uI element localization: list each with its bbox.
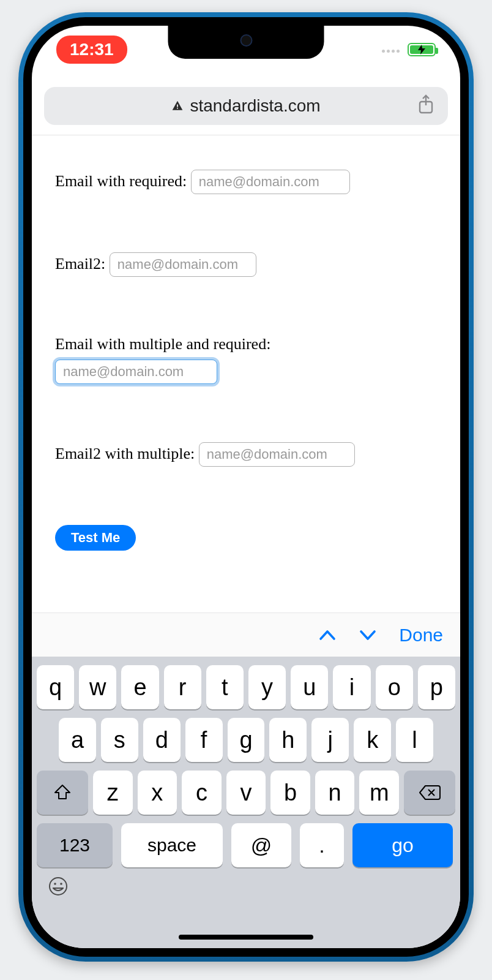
svg-point-4 bbox=[54, 883, 56, 885]
key-v[interactable]: v bbox=[226, 771, 266, 815]
shift-key[interactable] bbox=[37, 771, 88, 815]
field-email2: Email2: bbox=[55, 252, 437, 277]
shift-icon bbox=[53, 783, 72, 802]
key-a[interactable]: a bbox=[59, 718, 96, 762]
key-z[interactable]: z bbox=[93, 771, 133, 815]
key-p[interactable]: p bbox=[418, 665, 455, 709]
key-w[interactable]: w bbox=[79, 665, 116, 709]
key-m[interactable]: m bbox=[359, 771, 399, 815]
keyboard-row-1: qwertyuiop bbox=[37, 665, 455, 709]
key-y[interactable]: y bbox=[248, 665, 286, 709]
phone-bezel: 12:31 standardista.com bbox=[23, 17, 469, 957]
svg-point-3 bbox=[50, 878, 67, 895]
svg-rect-1 bbox=[177, 108, 179, 109]
key-s[interactable]: s bbox=[101, 718, 138, 762]
status-time: 12:31 bbox=[70, 40, 114, 59]
key-u[interactable]: u bbox=[291, 665, 328, 709]
keyboard-row-3: zxcvbnm bbox=[37, 771, 455, 815]
field-email-required: Email with required: bbox=[55, 170, 437, 194]
field-label: Email with required: bbox=[55, 172, 187, 190]
phone-screen: 12:31 standardista.com bbox=[32, 26, 460, 948]
domain-text: standardista.com bbox=[190, 96, 320, 116]
key-j[interactable]: j bbox=[311, 718, 349, 762]
key-e[interactable]: e bbox=[121, 665, 158, 709]
field-label: Email2: bbox=[55, 255, 105, 273]
cellular-signal-icon bbox=[382, 44, 401, 55]
field-label: Email2 with multiple: bbox=[55, 445, 195, 462]
numbers-key[interactable]: 123 bbox=[37, 823, 113, 867]
key-k[interactable]: k bbox=[354, 718, 391, 762]
email2-input[interactable] bbox=[110, 252, 256, 277]
email-required-input[interactable] bbox=[191, 170, 350, 194]
keyboard-row-2: asdfghjkl bbox=[37, 718, 455, 762]
chevron-down-icon bbox=[359, 628, 377, 643]
volume-down-button[interactable] bbox=[12, 328, 18, 386]
key-o[interactable]: o bbox=[376, 665, 413, 709]
go-key[interactable]: go bbox=[352, 823, 453, 867]
email-multiple-required-input[interactable] bbox=[55, 360, 217, 384]
key-h[interactable]: h bbox=[269, 718, 307, 762]
email2-multiple-input[interactable] bbox=[199, 442, 355, 467]
emoji-key[interactable] bbox=[37, 876, 455, 902]
browser-url-bar[interactable]: standardista.com bbox=[44, 87, 448, 125]
battery-charging-icon bbox=[408, 43, 436, 56]
key-b[interactable]: b bbox=[270, 771, 310, 815]
home-indicator[interactable] bbox=[179, 935, 313, 940]
svg-point-5 bbox=[60, 883, 62, 885]
field-email2-multiple: Email2 with multiple: bbox=[55, 442, 437, 467]
prev-field-button[interactable] bbox=[318, 628, 337, 643]
chevron-up-icon bbox=[318, 628, 337, 643]
time-pill[interactable]: 12:31 bbox=[56, 36, 127, 64]
mute-switch[interactable] bbox=[12, 196, 18, 228]
share-icon[interactable] bbox=[417, 94, 434, 118]
key-n[interactable]: n bbox=[315, 771, 355, 815]
phone-frame: 12:31 standardista.com bbox=[18, 12, 474, 962]
emoji-icon bbox=[48, 876, 69, 897]
key-t[interactable]: t bbox=[206, 665, 244, 709]
keyboard-done-button[interactable]: Done bbox=[399, 625, 443, 646]
key-q[interactable]: q bbox=[37, 665, 74, 709]
key-r[interactable]: r bbox=[164, 665, 201, 709]
url-domain: standardista.com bbox=[171, 96, 320, 116]
power-button[interactable] bbox=[474, 276, 480, 368]
keyboard-accessory-bar: Done bbox=[32, 612, 460, 657]
front-camera bbox=[240, 34, 252, 47]
warning-icon bbox=[171, 100, 184, 112]
space-key[interactable]: space bbox=[121, 823, 223, 867]
key-l[interactable]: l bbox=[396, 718, 433, 762]
notch bbox=[168, 26, 324, 59]
status-right bbox=[382, 43, 436, 56]
next-field-button[interactable] bbox=[359, 628, 377, 643]
volume-up-button[interactable] bbox=[12, 254, 18, 312]
field-email-multiple-required: Email with multiple and required: bbox=[55, 335, 437, 384]
svg-rect-0 bbox=[177, 105, 179, 107]
test-me-button[interactable]: Test Me bbox=[55, 525, 136, 551]
key-f[interactable]: f bbox=[185, 718, 223, 762]
field-label: Email with multiple and required: bbox=[55, 335, 437, 353]
dot-key[interactable]: . bbox=[300, 823, 344, 867]
software-keyboard: qwertyuiop asdfghjkl zxcvbnm 123 space @… bbox=[32, 657, 460, 948]
key-x[interactable]: x bbox=[138, 771, 177, 815]
key-i[interactable]: i bbox=[333, 665, 370, 709]
key-c[interactable]: c bbox=[182, 771, 222, 815]
toolbar-divider bbox=[32, 135, 460, 135]
keyboard-row-4: 123 space @ . go bbox=[37, 823, 455, 867]
key-d[interactable]: d bbox=[143, 718, 181, 762]
backspace-icon bbox=[419, 785, 441, 801]
backspace-key[interactable] bbox=[404, 771, 455, 815]
at-key[interactable]: @ bbox=[231, 823, 291, 867]
key-g[interactable]: g bbox=[228, 718, 265, 762]
